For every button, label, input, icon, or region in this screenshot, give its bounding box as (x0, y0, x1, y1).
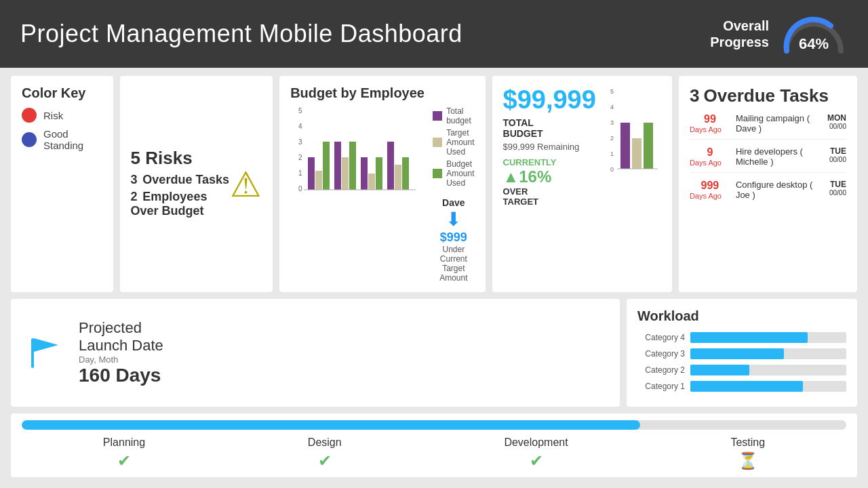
phases-card: Planning ✔ Design ✔ Development ✔ Testin… (11, 413, 857, 477)
overdue-label: Overdue Tasks (142, 173, 229, 186)
workload-bar-1 (690, 381, 803, 392)
over-budget-label: Employees Over Budget (131, 190, 208, 218)
workload-row-1: Category 1 (637, 381, 846, 392)
overdue-tasks-count: 3 (690, 85, 699, 106)
phase-development-label: Development (504, 436, 568, 449)
launch-title: ProjectedLaunch Date (79, 319, 163, 354)
over-budget-count: 2 (131, 190, 138, 203)
svg-rect-25 (620, 123, 630, 169)
risks-title: 5 Risks (131, 148, 231, 169)
legend-budget-used-label: Budget Amount Used (446, 159, 474, 188)
task-date-2: TUE 00/00 (829, 146, 846, 163)
task-date-1: MON 00/00 (827, 113, 846, 130)
risks-info: 5 Risks 3 Overdue Tasks 2 Employees Over… (131, 148, 231, 221)
launch-sub: Day, Moth (79, 354, 163, 365)
task-date-3: TUE 00/00 (829, 180, 846, 197)
legend-total-label: Total budget (446, 106, 474, 125)
currently-pct: ▲16% (503, 167, 596, 186)
budget-right: Total budget Target Amount Used Budget A… (433, 106, 474, 283)
task-list: 99 Days Ago Mailing campaign ( Dave ) MO… (690, 113, 846, 205)
workload-bar-bg-4 (690, 332, 846, 343)
header-progress: OverallProgress 64% (710, 14, 848, 54)
svg-text:2: 2 (610, 135, 614, 142)
legend-target: Target Amount Used (433, 128, 474, 157)
phase-development: Development ✔ (504, 436, 568, 470)
task-day-name: TUE (829, 180, 846, 189)
category-4-label: Category 4 (637, 333, 685, 342)
budget-employee-card: Budget by Employee 5 4 3 2 1 0 (279, 76, 485, 292)
phases-progress-bar (22, 420, 846, 430)
overall-progress-label: OverallProgress (710, 18, 769, 50)
workload-row-4: Category 4 (637, 332, 846, 343)
table-row: 99 Days Ago Mailing campaign ( Dave ) MO… (690, 113, 846, 140)
page-title: Project Management Mobile Dashboard (20, 20, 462, 48)
dave-sub2: Target Amount (433, 264, 474, 283)
total-budget-chart-svg: 5 4 3 2 1 0 (607, 85, 661, 187)
launch-info: ProjectedLaunch Date Day, Moth 160 Days (79, 319, 163, 386)
legend-target-label: Target Amount Used (446, 128, 474, 157)
task-days-value: 99 (690, 113, 730, 125)
budget-content: 5 4 3 2 1 0 (290, 106, 474, 283)
dave-name: Dave (433, 197, 474, 208)
budget-remaining: $99,999 Remaining (503, 142, 596, 152)
workload-bar-2 (690, 365, 749, 375)
task-date-value: 00/00 (829, 189, 846, 197)
warning-icon: ⚠ (230, 164, 262, 205)
legend-total: Total budget (433, 106, 474, 125)
task-days-3: 999 Days Ago (690, 180, 730, 200)
launch-card: ProjectedLaunch Date Day, Moth 160 Days (11, 299, 620, 407)
workload-bar-bg-3 (690, 348, 846, 359)
workload-bar-3 (690, 348, 784, 359)
task-days-ago: Days Ago (690, 192, 730, 200)
task-date-value: 00/00 (827, 123, 846, 130)
table-row: 9 Days Ago Hire developers ( Michelle ) … (690, 146, 846, 173)
svg-rect-17 (402, 157, 409, 190)
gauge-container: 64% (780, 14, 848, 54)
task-desc-2: Hire developers ( Michelle ) (736, 146, 824, 167)
dave-section: Dave ⬇ $999 Under Current Target Amount (433, 197, 474, 283)
task-day-name: TUE (829, 146, 846, 156)
over-budget-row: 2 Employees Over Budget (131, 190, 231, 218)
phase-planning-label: Planning (103, 436, 145, 449)
legend-good-standing: GoodStanding (22, 128, 102, 151)
svg-text:0: 0 (298, 185, 302, 192)
phase-design: Design ✔ (308, 436, 342, 470)
color-key-card: Color Key Risk GoodStanding (11, 76, 113, 292)
task-days-2: 9 Days Ago (690, 146, 730, 167)
workload-title: Workload (637, 308, 846, 324)
legend-risk: Risk (22, 108, 102, 123)
testing-hourglass-icon: ⏳ (730, 451, 765, 470)
category-1-label: Category 1 (637, 382, 685, 391)
total-budget-top: $99,999 TOTALBUDGET $99,999 Remaining CU… (503, 85, 661, 207)
budget-bar-chart-svg: 5 4 3 2 1 0 (290, 106, 426, 195)
header: Project Management Mobile Dashboard Over… (0, 0, 868, 68)
svg-text:3: 3 (610, 119, 614, 126)
total-budget-left: $99,999 TOTALBUDGET $99,999 Remaining CU… (503, 85, 596, 207)
dave-sub1: Under Current (433, 245, 474, 264)
task-desc-1: Mailing campaign ( Dave ) (736, 113, 822, 134)
budget-legend: Total budget Target Amount Used Budget A… (433, 106, 474, 190)
svg-text:0: 0 (610, 166, 614, 173)
phase-testing-label: Testing (730, 436, 765, 449)
down-arrow-icon: ⬇ (433, 208, 474, 230)
flag-icon (24, 333, 65, 373)
main-content: Color Key Risk GoodStanding 5 Risks 3 Ov… (0, 68, 868, 488)
total-budget-color (433, 111, 442, 121)
currently-label: CURRENTLY (503, 157, 596, 167)
task-date-value: 00/00 (829, 156, 846, 163)
task-desc-3: Configure desktop ( Joe ) (736, 180, 824, 200)
total-budget-amount: $99,999 (503, 85, 596, 115)
svg-rect-27 (644, 123, 653, 169)
color-key-title: Color Key (22, 85, 102, 101)
gauge-text: 64% (799, 35, 829, 53)
good-standing-label: GoodStanding (43, 128, 83, 151)
task-days-ago: Days Ago (690, 125, 730, 134)
task-day-name: MON (827, 113, 846, 123)
dave-amount: $999 (433, 230, 474, 245)
phases-list: Planning ✔ Design ✔ Development ✔ Testin… (22, 436, 846, 470)
good-standing-circle (22, 132, 37, 147)
svg-text:4: 4 (610, 104, 614, 110)
risks-card: 5 Risks 3 Overdue Tasks 2 Employees Over… (120, 76, 273, 292)
svg-text:1: 1 (298, 169, 302, 177)
launch-days: 160 Days (79, 365, 163, 386)
